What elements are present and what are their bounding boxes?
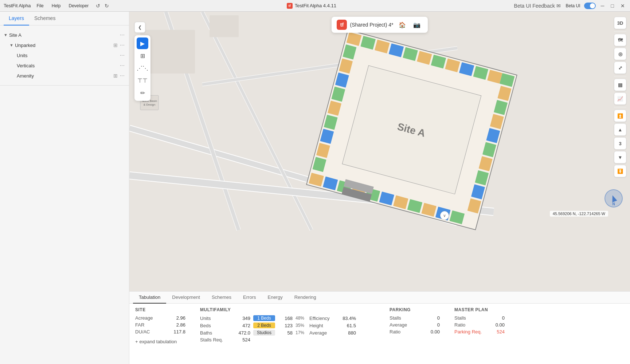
unparked-more-icon[interactable]: ··· bbox=[119, 42, 125, 48]
site-duac-row: DU/AC 117.8 bbox=[135, 329, 185, 335]
mf-units-subval: 83.4% bbox=[341, 316, 356, 321]
view-3d-button[interactable]: 3D bbox=[614, 17, 626, 29]
tab-layers[interactable]: Layers bbox=[4, 12, 29, 25]
floor-number: 3 bbox=[614, 137, 626, 150]
mf-units-pct: 48% bbox=[296, 316, 306, 321]
close-button[interactable]: ✕ bbox=[619, 2, 626, 9]
mf-beds-row: Beds 472 2 Beds 123 35% Height 61.5 bbox=[200, 323, 375, 328]
mp-parking-req-value: 524 bbox=[490, 329, 505, 335]
left-tools: ▶ ⊞ ⋰⋱ ⊤⊤ ✏ bbox=[134, 35, 150, 101]
up-double-button[interactable]: ⏫ bbox=[614, 110, 626, 122]
site-a-more-icon[interactable]: ··· bbox=[119, 32, 125, 38]
layer-unparked[interactable]: ▼ Unparked ⊞ ··· bbox=[6, 40, 129, 50]
mf-beds-count: 123 bbox=[278, 323, 293, 328]
parking-average-label: Average bbox=[390, 322, 422, 328]
app-version-label: TestFit Alpha 4.4.11 bbox=[295, 3, 336, 8]
layer-units[interactable]: Units ··· bbox=[13, 50, 129, 60]
verticals-more-icon[interactable]: ··· bbox=[119, 62, 125, 69]
tab-rendering[interactable]: Rendering bbox=[289, 292, 322, 304]
tf-logo: tf bbox=[337, 20, 347, 30]
expand-label: expand tabulation bbox=[140, 339, 177, 344]
compass-n-label: N bbox=[612, 202, 615, 206]
mf-baths-count: 58 bbox=[278, 330, 293, 336]
parking-stalls-value: 0 bbox=[425, 315, 440, 321]
titlebar-right: Beta UI Feedback ✉ Beta UI ─ □ ✕ bbox=[513, 2, 626, 9]
minimize-button[interactable]: ─ bbox=[599, 2, 606, 9]
tab-development[interactable]: Development bbox=[166, 292, 206, 304]
expand-chevron-button[interactable]: ∨ bbox=[440, 211, 449, 220]
map-area[interactable]: Site A North Basin & Design ❮ tf (Shared… bbox=[129, 12, 630, 291]
map-view-button[interactable]: 🗺 bbox=[614, 34, 626, 46]
tab-schemes[interactable]: Schemes bbox=[206, 292, 237, 304]
units-label: Units bbox=[17, 53, 119, 58]
multifamily-stats: MULTIFAMILY Units 349 1 Beds 168 48% Eff… bbox=[200, 307, 375, 360]
collapse-panel-button[interactable]: ❮ bbox=[134, 22, 145, 33]
up-single-button[interactable]: ▲ bbox=[614, 123, 626, 136]
beta-ui-toggle[interactable] bbox=[584, 3, 596, 9]
beta-ui-label: Beta UI bbox=[566, 3, 580, 8]
layer-amenity[interactable]: Amenity ⊞ ··· bbox=[13, 71, 129, 81]
mf-baths-label: Baths bbox=[200, 330, 233, 336]
tab-energy[interactable]: Energy bbox=[262, 292, 288, 304]
fence-tool-button[interactable]: ⊤⊤ bbox=[137, 75, 148, 86]
menu-file[interactable]: File bbox=[34, 3, 46, 9]
duac-label: DU/AC bbox=[135, 329, 168, 335]
down-double-button[interactable]: ⏬ bbox=[614, 165, 626, 177]
mf-units-value: 349 bbox=[236, 316, 250, 321]
mf-units-row: Units 349 1 Beds 168 48% Efficiency 83.4… bbox=[200, 315, 375, 321]
layer-verticals[interactable]: Verticals ··· bbox=[13, 60, 129, 71]
mp-ratio-label: Ratio bbox=[454, 322, 487, 328]
maximize-button[interactable]: □ bbox=[610, 2, 615, 9]
path-tool-button[interactable]: ⋰⋱ bbox=[137, 62, 148, 74]
measure-tool-button[interactable]: ✏ bbox=[137, 87, 148, 99]
expand-plus-icon: + bbox=[135, 339, 138, 344]
mf-beds-pct: 35% bbox=[296, 323, 306, 328]
redo-button[interactable]: ↻ bbox=[103, 2, 110, 9]
layers-view-button[interactable]: ▤ bbox=[614, 79, 626, 91]
compass-arrow bbox=[610, 194, 617, 202]
tab-tabulation[interactable]: Tabulation bbox=[133, 292, 166, 304]
layer-site-a[interactable]: ▼ Site A ··· bbox=[0, 30, 129, 40]
multifamily-title: MULTIFAMILY bbox=[200, 307, 375, 312]
mf-units-badge: 1 Beds bbox=[253, 315, 275, 321]
parking-ratio-value: 0.00 bbox=[425, 329, 440, 335]
amenity-more-icon[interactable]: ··· bbox=[119, 72, 125, 79]
select-tool-button[interactable]: ▶ bbox=[137, 37, 148, 49]
parking-average-row: Average 0 bbox=[390, 322, 440, 328]
panel-tabs: Layers Schemes bbox=[0, 12, 129, 25]
unparked-group: ▼ Unparked ⊞ ··· Units ··· Verticals ··· bbox=[0, 40, 129, 81]
unparked-label: Unparked bbox=[15, 43, 113, 48]
building-tool-button[interactable]: ⊞ bbox=[137, 50, 148, 62]
mp-parking-req-label: Parking Req. bbox=[454, 329, 487, 335]
mf-stalls-label: Stalls Req. bbox=[200, 337, 233, 343]
undo-redo-group: ↺ ↻ bbox=[94, 2, 110, 9]
mf-baths-subval: 880 bbox=[341, 330, 356, 336]
beta-feedback-button[interactable]: Beta UI Feedback ✉ bbox=[513, 2, 562, 9]
svg-text:& Design: & Design bbox=[144, 103, 155, 106]
parking-stalls-row: Stalls 0 bbox=[390, 315, 440, 321]
expand-unparked-icon: ▼ bbox=[9, 43, 13, 47]
location-button[interactable]: ◎ bbox=[614, 48, 626, 60]
tab-schemes[interactable]: Schemes bbox=[29, 12, 60, 25]
expand-tabulation-button[interactable]: + expand tabulation bbox=[135, 338, 185, 345]
tab-errors[interactable]: Errors bbox=[237, 292, 262, 304]
site-a-label: Site A bbox=[9, 32, 119, 38]
down-single-button[interactable]: ▼ bbox=[614, 151, 626, 163]
right-tools-sep3 bbox=[614, 107, 626, 107]
mf-units-sub: Efficiency bbox=[309, 316, 339, 321]
menu-developer[interactable]: Developer bbox=[66, 3, 91, 9]
menu-help[interactable]: Help bbox=[50, 3, 63, 9]
mf-baths-badge: Studios bbox=[253, 330, 275, 336]
mp-stalls-value: 0 bbox=[490, 315, 505, 321]
home-button[interactable]: 🏠 bbox=[396, 20, 408, 30]
chart-button[interactable]: 📈 bbox=[614, 92, 626, 105]
expand-map-button[interactable]: ⤢ bbox=[614, 62, 626, 74]
units-more-icon[interactable]: ··· bbox=[119, 52, 125, 59]
undo-button[interactable]: ↺ bbox=[94, 2, 102, 9]
bottom-panel: Tabulation Development Schemes Errors En… bbox=[129, 291, 630, 364]
acreage-value: 2.96 bbox=[171, 315, 185, 321]
app-name: TestFit Alpha bbox=[4, 3, 31, 8]
parking-title: PARKING bbox=[390, 307, 440, 312]
camera-button[interactable]: 📷 bbox=[411, 20, 423, 30]
site-title: SITE bbox=[135, 307, 185, 312]
